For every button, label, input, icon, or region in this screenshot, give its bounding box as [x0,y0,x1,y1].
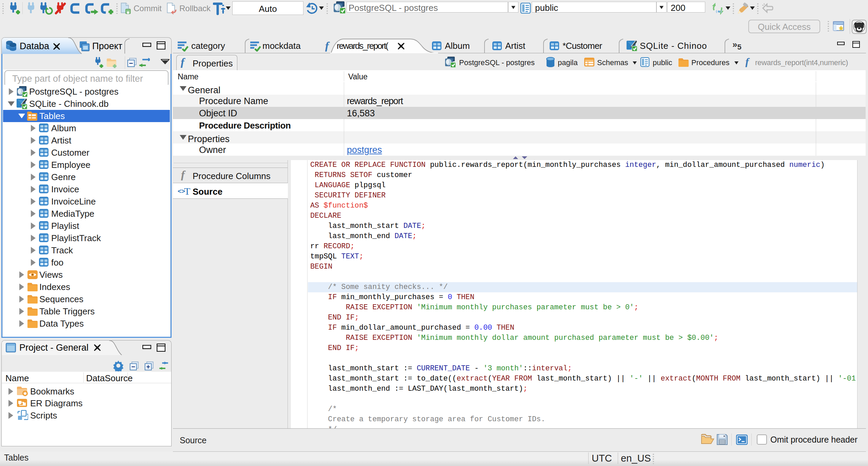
svg-text:f: f [181,170,186,180]
svg-text:T: T [184,186,190,197]
